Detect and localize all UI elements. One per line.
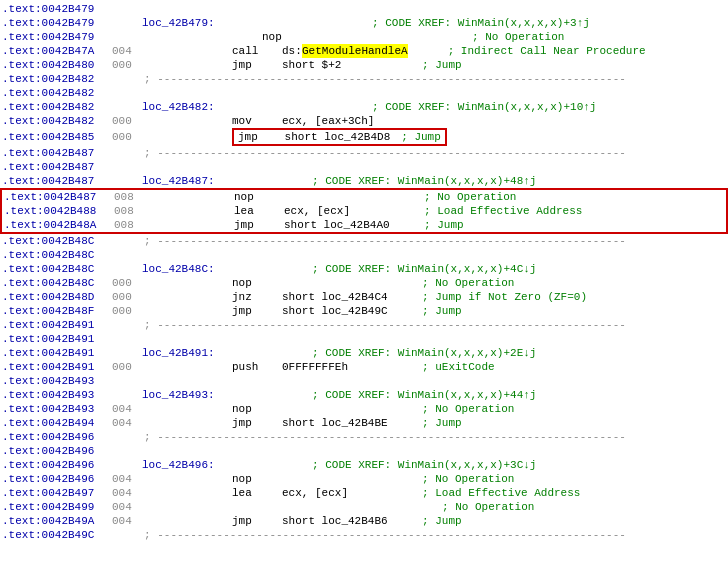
line-blank-6: .text:0042B496 bbox=[0, 444, 728, 458]
xref-42b487: ; CODE XREF: WinMain(x,x,x,x)+48↑j bbox=[312, 174, 536, 188]
comment-jnz: ; Jump if Not Zero (ZF=0) bbox=[422, 290, 587, 304]
addr-nop-2: .text:0042B487 bbox=[4, 190, 114, 204]
label-loc42b48c: loc_42B48C: bbox=[142, 262, 232, 276]
addr-jmp-5: .text:0042B494 bbox=[2, 416, 112, 430]
ops-jmp-1: short $+2 bbox=[282, 58, 422, 72]
mnem-nop-4: nop bbox=[232, 402, 282, 416]
xref-42b482: ; CODE XREF: WinMain(x,x,x,x)+10↑j bbox=[372, 100, 596, 114]
ops-jmp-4: short loc_42B49C bbox=[282, 304, 422, 318]
addr-blank-6: .text:0042B496 bbox=[2, 444, 112, 458]
comment-only: ; No Operation bbox=[442, 500, 534, 514]
addr-jmp-6: .text:0042B49A bbox=[2, 514, 112, 528]
comment-jmp-4: ; Jump bbox=[422, 304, 462, 318]
xref-42b491: ; CODE XREF: WinMain(x,x,x,x)+2E↓j bbox=[312, 346, 536, 360]
line-sep-6: .text:0042B49C ; -----------------------… bbox=[0, 528, 728, 542]
addr-nop-4: .text:0042B493 bbox=[2, 402, 112, 416]
addr-blank-5: .text:0042B493 bbox=[2, 374, 112, 388]
comment-jmp-5: ; Jump bbox=[422, 416, 462, 430]
line-blank-5: .text:0042B493 bbox=[0, 374, 728, 388]
addr-comment-only: .text:0042B499 bbox=[2, 500, 112, 514]
line-sep-5: .text:0042B496 ; -----------------------… bbox=[0, 430, 728, 444]
addr-mov: .text:0042B482 bbox=[2, 114, 112, 128]
addr-jmp-boxed: .text:0042B485 bbox=[2, 130, 112, 144]
addr-nop-3: .text:0042B48C bbox=[2, 276, 112, 290]
addr-push: .text:0042B491 bbox=[2, 360, 112, 374]
ops-lea-3: ecx, [ecx] bbox=[282, 486, 422, 500]
line-jmp-6: .text:0042B49A 004 jmp short loc_42B4B6 … bbox=[0, 514, 728, 528]
addr-5: .text:0042B480 bbox=[2, 58, 112, 72]
ops-jmp-box2: short loc_42B4A0 bbox=[284, 218, 424, 232]
label-loc42b479: loc_42B479: bbox=[142, 16, 232, 30]
line-2: .text:0042B479 loc_42B479: ; CODE XREF: … bbox=[0, 16, 728, 30]
mnem-jmp-6: jmp bbox=[232, 514, 282, 528]
mnem-nop-3: nop bbox=[232, 276, 282, 290]
ops-jmp-5: short loc_42B4BE bbox=[282, 416, 422, 430]
mnem-call-1: call bbox=[232, 44, 282, 58]
comment-lea-3: ; Load Effective Address bbox=[422, 486, 580, 500]
line-lea-3: .text:0042B497 004 lea ecx, [ecx] ; Load… bbox=[0, 486, 728, 500]
line-label-42b493: .text:0042B493 loc_42B493: ; CODE XREF: … bbox=[0, 388, 728, 402]
line-sep-4: .text:0042B491 ; -----------------------… bbox=[0, 318, 728, 332]
label-loc42b491: loc_42B491: bbox=[142, 346, 232, 360]
line-blank-3: .text:0042B48C bbox=[0, 248, 728, 262]
addr-jmp-box2: .text:0042B48A bbox=[4, 218, 114, 232]
mnem-jmp-4: jmp bbox=[232, 304, 282, 318]
mnem-jmp-5: jmp bbox=[232, 416, 282, 430]
addr-sep-1: .text:0042B482 bbox=[2, 72, 112, 86]
comment-nop-1: ; No Operation bbox=[472, 30, 564, 44]
line-comment-only: .text:0042B499 004 ; No Operation bbox=[0, 500, 728, 514]
xref-1: ; CODE XREF: WinMain(x,x,x,x)+3↑j bbox=[372, 16, 590, 30]
line-sep-1: .text:0042B482 ; -----------------------… bbox=[0, 72, 728, 86]
line-jmp-box2: .text:0042B48A 008 jmp short loc_42B4A0 … bbox=[2, 218, 726, 232]
addr-jmp-4: .text:0042B48F bbox=[2, 304, 112, 318]
addr-label-42b482: .text:0042B482 bbox=[2, 100, 112, 114]
line-nop-2: .text:0042B487 008 nop ; No Operation bbox=[2, 190, 726, 204]
mnem-lea-3: lea bbox=[232, 486, 282, 500]
mnem-nop-1: nop bbox=[262, 30, 312, 44]
mnem-lea-2: lea bbox=[234, 204, 284, 218]
addr-nop-5: .text:0042B496 bbox=[2, 472, 112, 486]
addr-label-42b487: .text:0042B487 bbox=[2, 174, 112, 188]
ops-lea-2: ecx, [ecx] bbox=[284, 204, 424, 218]
addr-3: .text:0042B479 bbox=[2, 30, 112, 44]
sep-5: ; --------------------------------------… bbox=[144, 430, 626, 444]
addr-jnz: .text:0042B48D bbox=[2, 290, 112, 304]
mnem-nop-2: nop bbox=[234, 190, 284, 204]
addr-4: .text:0042B47A bbox=[2, 44, 112, 58]
label-loc42b493: loc_42B493: bbox=[142, 388, 232, 402]
ops-call-highlight: GetModuleHandleA bbox=[302, 44, 408, 58]
addr-sep-4: .text:0042B491 bbox=[2, 318, 112, 332]
line-mov: .text:0042B482 000 mov ecx, [eax+3Ch] bbox=[0, 114, 728, 128]
addr-lea-2: .text:0042B488 bbox=[4, 204, 114, 218]
line-jnz: .text:0042B48D 000 jnz short loc_42B4C4 … bbox=[0, 290, 728, 304]
line-label-42b487: .text:0042B487 loc_42B487: ; CODE XREF: … bbox=[0, 174, 728, 188]
xref-42b496: ; CODE XREF: WinMain(x,x,x,x)+3C↓j bbox=[312, 458, 536, 472]
comment-nop-3: ; No Operation bbox=[422, 276, 514, 290]
label-loc42b482: loc_42B482: bbox=[142, 100, 232, 114]
mnem-push: push bbox=[232, 360, 282, 374]
ops-jnz: short loc_42B4C4 bbox=[282, 290, 422, 304]
sep-3: ; --------------------------------------… bbox=[144, 234, 626, 248]
comment-jmp-1: ; Jump bbox=[422, 58, 462, 72]
addr-blank-3: .text:0042B48C bbox=[2, 248, 112, 262]
ops-mov: ecx, [eax+3Ch] bbox=[282, 114, 422, 128]
comment-jmp-box2: ; Jump bbox=[424, 218, 464, 232]
line-nop-5: .text:0042B496 004 nop ; No Operation bbox=[0, 472, 728, 486]
line-sep-2: .text:0042B487 ; -----------------------… bbox=[0, 146, 728, 160]
line-label-42b482: .text:0042B482 loc_42B482: ; CODE XREF: … bbox=[0, 100, 728, 114]
red-box-group-2: .text:0042B487 008 nop ; No Operation .t… bbox=[0, 188, 728, 234]
mnem-jmp-box2: jmp bbox=[234, 218, 284, 232]
line-4: .text:0042B47A 004 call ds:GetModuleHand… bbox=[0, 44, 728, 58]
line-1: .text:0042B479 bbox=[0, 2, 728, 16]
comment-push: ; uExitCode bbox=[422, 360, 495, 374]
label-loc42b496: loc_42B496: bbox=[142, 458, 232, 472]
sep-4: ; --------------------------------------… bbox=[144, 318, 626, 332]
addr-2: .text:0042B479 bbox=[2, 16, 112, 30]
mnem-jnz: jnz bbox=[232, 290, 282, 304]
addr-blank-2: .text:0042B487 bbox=[2, 160, 112, 174]
line-jmp-4: .text:0042B48F 000 jmp short loc_42B49C … bbox=[0, 304, 728, 318]
ops-jmp-boxed: short loc_42B4D8 bbox=[285, 130, 395, 144]
line-3: .text:0042B479 nop ; No Operation bbox=[0, 30, 728, 44]
comment-nop-2: ; No Operation bbox=[424, 190, 516, 204]
sep-1: ; --------------------------------------… bbox=[144, 72, 626, 86]
